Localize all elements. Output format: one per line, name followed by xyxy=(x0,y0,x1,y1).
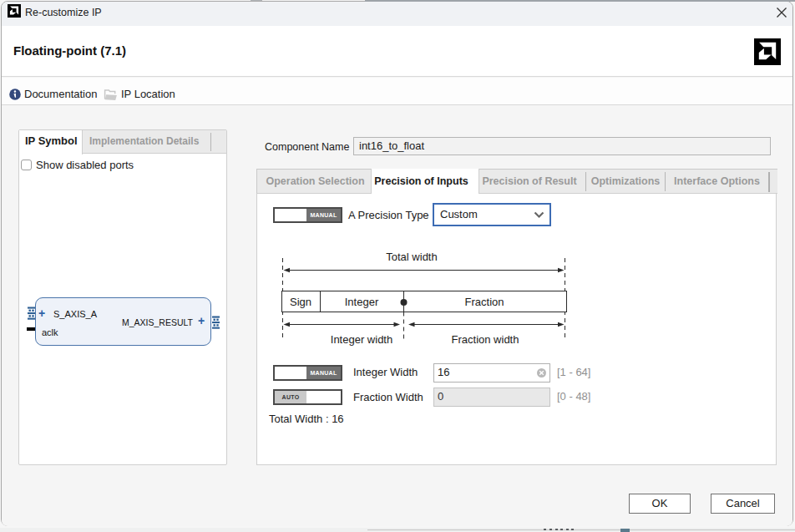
svg-text:Total width: Total width xyxy=(386,251,437,263)
svg-text:Fraction: Fraction xyxy=(465,296,504,308)
svg-text:Integer width: Integer width xyxy=(331,333,392,346)
svg-text:Sign: Sign xyxy=(290,296,311,308)
svg-text:Integer: Integer xyxy=(345,296,379,308)
svg-text:Fraction width: Fraction width xyxy=(452,333,519,346)
